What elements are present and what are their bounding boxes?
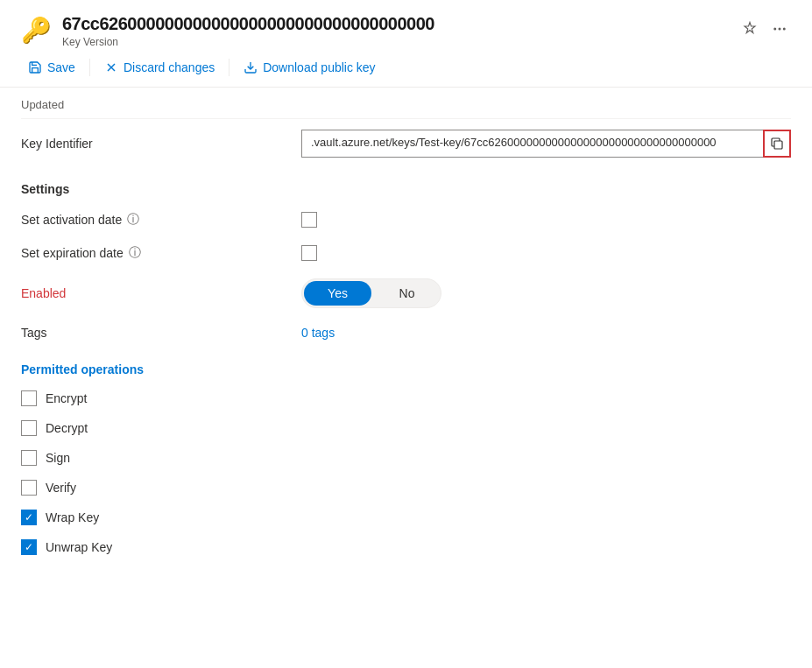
header-actions xyxy=(738,14,791,40)
save-icon xyxy=(28,60,42,74)
unwrap-key-row: Unwrap Key xyxy=(21,532,791,562)
sign-label: Sign xyxy=(46,451,70,465)
page-subtitle: Key Version xyxy=(62,36,434,48)
settings-header: Settings xyxy=(21,168,791,203)
sign-row: Sign xyxy=(21,443,791,473)
expiration-info-icon[interactable]: ⓘ xyxy=(129,245,141,261)
key-identifier-value: .vault.azure.net/keys/Test-key/67cc62600… xyxy=(301,130,791,158)
more-options-button[interactable] xyxy=(768,18,791,40)
toolbar: Save Discard changes Download public key xyxy=(0,48,812,88)
permitted-operations-header: Permitted operations xyxy=(21,348,791,383)
key-icon: 🔑 xyxy=(21,16,52,45)
encrypt-checkbox[interactable] xyxy=(21,390,37,406)
toolbar-divider-2 xyxy=(229,59,229,76)
page-header: 🔑 67cc6260000000000000000000000000000000… xyxy=(0,0,812,48)
verify-row: Verify xyxy=(21,473,791,503)
enabled-label-text: Enabled xyxy=(21,286,301,300)
activation-date-row: Set activation date ⓘ xyxy=(21,203,791,236)
content-area: Updated Key Identifier .vault.azure.net/… xyxy=(0,88,812,583)
wrap-key-checkbox[interactable] xyxy=(21,510,37,525)
sign-checkbox[interactable] xyxy=(21,450,37,466)
enabled-no-option[interactable]: No xyxy=(373,279,441,307)
wrap-key-row: Wrap Key xyxy=(21,503,791,532)
copy-key-identifier-button[interactable] xyxy=(763,130,791,158)
decrypt-row: Decrypt xyxy=(21,413,791,443)
svg-point-2 xyxy=(783,28,786,31)
updated-label: Updated xyxy=(21,98,301,111)
download-label: Download public key xyxy=(263,60,375,74)
discard-button[interactable]: Discard changes xyxy=(97,55,222,80)
verify-checkbox[interactable] xyxy=(21,480,37,496)
decrypt-checkbox[interactable] xyxy=(21,420,37,436)
enabled-yes-option[interactable]: Yes xyxy=(304,281,371,306)
wrap-key-label: Wrap Key xyxy=(46,510,99,524)
decrypt-label: Decrypt xyxy=(46,421,88,435)
key-identifier-input: .vault.azure.net/keys/Test-key/67cc62600… xyxy=(301,130,763,158)
key-identifier-row: Key Identifier .vault.azure.net/keys/Tes… xyxy=(21,119,791,168)
expiration-date-label: Set expiration date ⓘ xyxy=(21,245,301,261)
discard-label: Discard changes xyxy=(124,60,215,74)
save-label: Save xyxy=(47,60,75,74)
enabled-row: Enabled Yes No xyxy=(21,270,791,317)
tags-link[interactable]: 0 tags xyxy=(301,326,335,340)
pin-button[interactable] xyxy=(738,18,761,40)
activation-info-icon[interactable]: ⓘ xyxy=(127,212,139,228)
save-button[interactable]: Save xyxy=(21,55,82,80)
toolbar-divider-1 xyxy=(89,59,90,76)
encrypt-label: Encrypt xyxy=(46,391,87,405)
updated-row: Updated xyxy=(21,95,791,119)
svg-rect-6 xyxy=(774,141,782,149)
discard-icon xyxy=(104,60,118,74)
unwrap-key-checkbox[interactable] xyxy=(21,539,37,555)
permitted-operations-list: Encrypt Decrypt Sign Verify Wrap Key Unw… xyxy=(21,383,791,562)
key-identifier-label: Key Identifier xyxy=(21,137,301,151)
download-button[interactable]: Download public key xyxy=(237,55,382,80)
page-title: 67cc626000000000000000000000000000000000 xyxy=(62,14,434,34)
activation-date-label: Set activation date ⓘ xyxy=(21,212,301,228)
header-text: 67cc626000000000000000000000000000000000… xyxy=(62,14,434,48)
download-icon xyxy=(244,60,258,74)
svg-point-0 xyxy=(773,28,776,31)
tags-label: Tags xyxy=(21,326,301,340)
expiration-date-row: Set expiration date ⓘ xyxy=(21,236,791,270)
expiration-date-checkbox[interactable] xyxy=(301,245,317,261)
unwrap-key-label: Unwrap Key xyxy=(46,540,112,554)
svg-point-1 xyxy=(779,28,781,31)
activation-date-checkbox[interactable] xyxy=(301,212,317,228)
encrypt-row: Encrypt xyxy=(21,383,791,413)
copy-icon xyxy=(770,137,784,151)
enabled-toggle[interactable]: Yes No xyxy=(301,278,441,308)
verify-label: Verify xyxy=(46,481,76,495)
tags-row: Tags 0 tags xyxy=(21,317,791,348)
